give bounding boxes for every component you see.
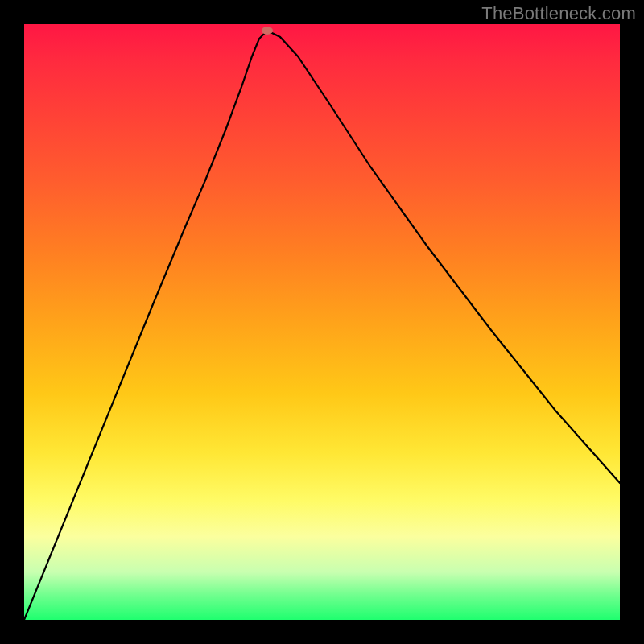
watermark-text: TheBottleneck.com	[481, 3, 636, 24]
chart-frame: TheBottleneck.com	[0, 0, 644, 644]
min-marker	[262, 27, 273, 35]
bottleneck-curve	[24, 31, 620, 620]
curve-svg	[24, 24, 620, 620]
plot-area	[24, 24, 620, 620]
